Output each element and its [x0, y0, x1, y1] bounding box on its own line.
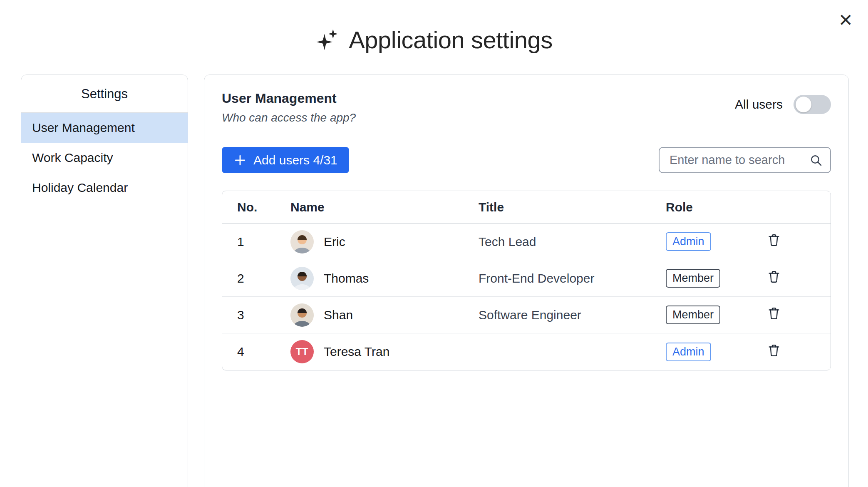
add-users-button[interactable]: Add users 4/31	[222, 147, 349, 173]
sidebar-heading: Settings	[21, 87, 188, 113]
user-title: Front-End Developer	[479, 271, 666, 286]
user-title: Software Engineer	[479, 308, 666, 322]
header-role: Role	[666, 200, 767, 214]
user-title: Tech Lead	[479, 235, 666, 249]
sparkles-icon	[315, 28, 340, 52]
user-name: Teresa Tran	[324, 345, 389, 359]
panel-subtitle: Who can access the app?	[222, 111, 356, 124]
table-header: No. Name Title Role	[222, 191, 831, 224]
trash-icon	[767, 306, 781, 321]
row-number: 1	[237, 235, 290, 249]
search-input[interactable]	[670, 153, 809, 167]
delete-user-button[interactable]	[767, 232, 782, 248]
avatar	[290, 303, 314, 327]
header-title: Title	[479, 200, 666, 214]
header-no: No.	[237, 200, 290, 214]
table-row: 3 Shan Software Engineer Member	[222, 297, 831, 333]
user-name: Shan	[324, 308, 353, 322]
row-number: 2	[237, 271, 290, 286]
user-name: Eric	[324, 235, 345, 249]
content: Settings User Management Work Capacity H…	[0, 75, 868, 487]
panel-title: User Management	[222, 91, 356, 106]
page-title: Application settings	[349, 26, 553, 54]
toggle-knob	[796, 97, 811, 112]
role-badge[interactable]: Admin	[666, 343, 711, 361]
settings-sidebar: Settings User Management Work Capacity H…	[21, 75, 188, 487]
header-name: Name	[290, 200, 479, 214]
trash-icon	[767, 233, 781, 248]
trash-icon	[767, 343, 781, 358]
all-users-label: All users	[735, 97, 783, 112]
role-badge[interactable]: Admin	[666, 232, 711, 251]
delete-user-button[interactable]	[767, 343, 782, 358]
table-row: 4 TT Teresa Tran Admin	[222, 333, 831, 370]
users-table: No. Name Title Role 1	[222, 191, 831, 370]
role-badge[interactable]: Member	[666, 269, 720, 288]
row-number: 3	[237, 308, 290, 322]
all-users-toggle[interactable]	[794, 95, 831, 114]
app-header: Application settings	[0, 26, 868, 54]
sidebar-item-holiday-calendar[interactable]: Holiday Calendar	[21, 173, 188, 203]
delete-user-button[interactable]	[767, 269, 782, 285]
table-row: 2 Thomas Front-End Developer Member	[222, 260, 831, 297]
role-badge[interactable]: Member	[666, 306, 720, 324]
plus-icon	[233, 154, 247, 167]
row-number: 4	[237, 345, 290, 359]
avatar	[290, 230, 314, 253]
search-icon[interactable]	[809, 154, 823, 167]
table-row: 1 Eric Tech Lead Admin	[222, 224, 831, 260]
trash-icon	[767, 269, 781, 284]
delete-user-button[interactable]	[767, 306, 782, 321]
close-icon[interactable]: ✕	[838, 12, 853, 29]
user-name: Thomas	[324, 271, 369, 286]
add-users-label: Add users 4/31	[253, 153, 337, 167]
sidebar-item-work-capacity[interactable]: Work Capacity	[21, 143, 188, 173]
search-box	[659, 147, 831, 173]
avatar: TT	[290, 340, 314, 363]
sidebar-item-user-management[interactable]: User Management	[21, 113, 188, 143]
user-management-panel: User Management Who can access the app? …	[204, 75, 849, 487]
avatar	[290, 267, 314, 290]
